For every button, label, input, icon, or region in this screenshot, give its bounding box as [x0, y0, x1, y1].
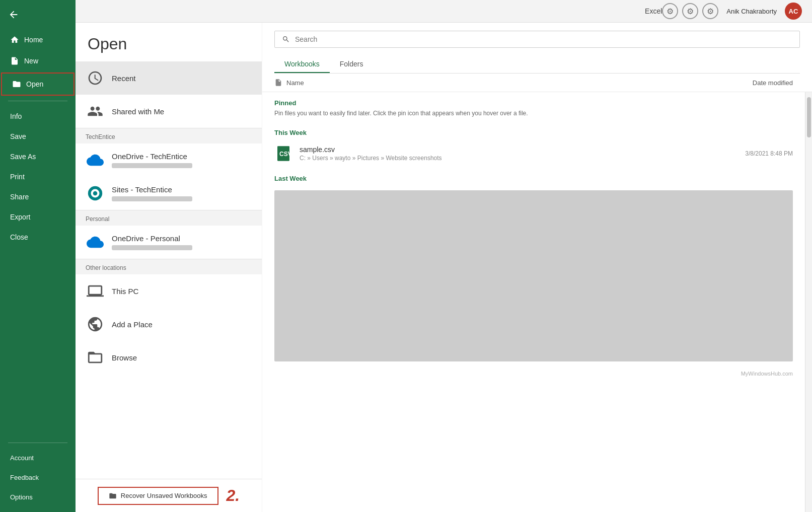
onedrive-personal-label: OneDrive - Personal — [112, 234, 180, 243]
open-folder-icon — [12, 80, 21, 89]
clock-icon — [86, 68, 105, 88]
location-onedrive-tech[interactable]: OneDrive - TechEntice — [76, 143, 262, 177]
watermark: MyWindowsHub.com — [262, 367, 805, 381]
sidebar-label-export: Export — [10, 213, 30, 221]
location-shared[interactable]: Shared with Me — [76, 95, 262, 128]
location-recent[interactable]: Recent — [76, 61, 262, 95]
col-date-label: Date modified — [702, 79, 793, 87]
sidebar-item-options[interactable]: Options — [0, 487, 76, 507]
onedrive-tech-label: OneDrive - TechEntice — [112, 152, 187, 161]
sidebar-label-print: Print — [10, 173, 25, 181]
sidebar-item-account[interactable]: Account — [0, 448, 76, 468]
right-panel: Workbooks Folders Name Date modified Pin… — [262, 23, 812, 512]
sidebar-item-save[interactable]: Save — [0, 126, 76, 147]
svg-text:CSV: CSV — [279, 151, 291, 158]
sharepoint-icon — [86, 184, 105, 203]
search-input[interactable] — [295, 35, 792, 43]
sidebar-label-close: Close — [10, 233, 28, 241]
sidebar-item-close[interactable]: Close — [0, 227, 76, 247]
back-button[interactable] — [0, 0, 76, 29]
avatar-initials: AC — [789, 8, 798, 15]
last-week-placeholder — [274, 190, 793, 361]
section-header-techentice: TechEntice — [76, 128, 262, 143]
sidebar-label-save: Save — [10, 132, 26, 140]
recover-button-label: Recover Unsaved Workbooks — [121, 492, 207, 499]
recover-button[interactable]: Recover Unsaved Workbooks — [98, 487, 218, 505]
add-place-label: Add a Place — [112, 320, 153, 329]
sidebar-label-options: Options — [10, 493, 33, 501]
tab-workbooks[interactable]: Workbooks — [274, 56, 330, 73]
sites-tech-label: Sites - TechEntice — [112, 185, 172, 194]
sidebar-item-info[interactable]: Info — [0, 106, 76, 126]
sidebar-divider-1 — [8, 101, 67, 101]
recent-label: Recent — [112, 74, 136, 83]
location-this-pc[interactable]: This PC — [76, 274, 262, 308]
settings-icon-3[interactable]: ⚙ — [702, 3, 718, 19]
globe-icon — [86, 315, 105, 334]
sidebar-item-home[interactable]: Home — [0, 29, 76, 50]
sidebar-label-feedback: Feedback — [10, 474, 39, 481]
recover-icon — [109, 492, 117, 500]
sidebar-divider-2 — [8, 443, 67, 443]
settings-icon-2[interactable]: ⚙ — [682, 3, 698, 19]
file-path: C: » Users » wayto » Pictures » Website … — [300, 155, 695, 162]
file-name: sample.csv — [300, 145, 695, 154]
app-name: Excel — [645, 7, 662, 15]
section-header-personal: Personal — [76, 210, 262, 226]
section-pinned-desc: Pin files you want to easily find later.… — [262, 110, 805, 122]
browse-label: Browse — [112, 353, 137, 362]
svg-point-2 — [93, 191, 98, 196]
back-icon — [8, 9, 19, 20]
sidebar-item-feedback[interactable]: Feedback — [0, 468, 76, 487]
search-bar — [274, 31, 800, 48]
avatar[interactable]: AC — [785, 3, 802, 20]
sidebar-item-print[interactable]: Print — [0, 167, 76, 187]
file-info: sample.csv C: » Users » wayto » Pictures… — [300, 145, 695, 162]
sidebar-label-home: Home — [24, 36, 43, 44]
content-body: Open Recent Shared with Me TechEntice — [76, 23, 812, 512]
annotation-2: 2. — [227, 486, 240, 505]
location-onedrive-personal[interactable]: OneDrive - Personal — [76, 226, 262, 259]
top-bar: Excel ⚙ ⚙ ⚙ Anik Chakraborty AC — [76, 0, 812, 23]
tabs: Workbooks Folders — [274, 56, 800, 74]
new-file-icon — [10, 56, 19, 65]
gear-icons-group: ⚙ ⚙ ⚙ — [662, 3, 718, 19]
page-title: Open — [76, 23, 262, 61]
left-panel: Open Recent Shared with Me TechEntice — [76, 23, 262, 512]
location-add-place[interactable]: Add a Place — [76, 308, 262, 341]
scrollbar[interactable] — [805, 92, 812, 512]
tab-folders[interactable]: Folders — [330, 56, 374, 73]
settings-icon-1[interactable]: ⚙ — [662, 3, 678, 19]
sidebar-label-account: Account — [10, 454, 34, 462]
onedrive-icon-2 — [86, 233, 105, 252]
shared-label: Shared with Me — [112, 107, 164, 116]
sidebar-item-save-as[interactable]: Save As — [0, 147, 76, 167]
pc-icon — [86, 281, 105, 301]
location-browse[interactable]: Browse — [76, 341, 262, 374]
section-header-other: Other locations — [76, 259, 262, 274]
this-pc-label: This PC — [112, 287, 138, 296]
sidebar-item-new[interactable]: New — [0, 50, 76, 71]
sidebar-item-open[interactable]: Open 1. — [1, 72, 75, 96]
browse-folder-icon — [86, 348, 105, 367]
top-bar-right: ⚙ ⚙ ⚙ Anik Chakraborty AC — [662, 3, 802, 20]
sidebar-label-open: Open — [26, 80, 43, 88]
location-sites-tech[interactable]: Sites - TechEntice — [76, 177, 262, 210]
search-icon — [282, 35, 290, 43]
scrollbar-thumb[interactable] — [807, 97, 811, 137]
recover-bar: Recover Unsaved Workbooks 2. — [76, 479, 262, 512]
csv-file-icon: CSV — [274, 144, 292, 163]
people-icon — [86, 102, 105, 121]
sidebar-label-info: Info — [10, 112, 22, 120]
sidebar-item-export[interactable]: Export — [0, 207, 76, 227]
section-lastweek-label: Last Week — [262, 168, 805, 185]
file-date: 3/8/2021 8:48 PM — [702, 150, 793, 157]
sidebar-item-share[interactable]: Share — [0, 187, 76, 207]
file-list-header: Name Date modified — [262, 74, 812, 92]
file-item-sample-csv[interactable]: CSV sample.csv C: » Users » wayto » Pict… — [262, 139, 805, 168]
col-name-label: Name — [286, 79, 304, 87]
section-thisweek-label: This Week — [262, 122, 805, 139]
sidebar: Home New Open 1. Info Save Save As Print — [0, 0, 76, 512]
sidebar-label-new: New — [24, 57, 38, 65]
onedrive-icon-1 — [86, 151, 105, 170]
